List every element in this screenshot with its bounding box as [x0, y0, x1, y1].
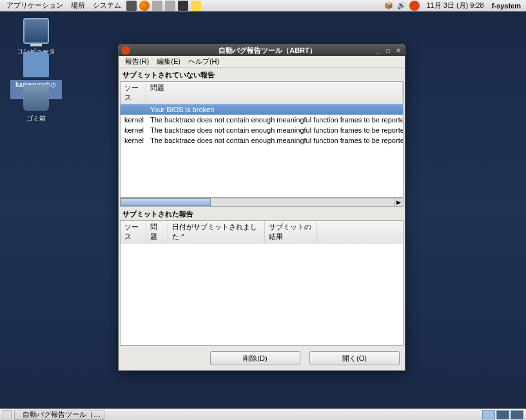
open-button[interactable]: 開く(O)	[309, 351, 400, 365]
window-title: 自動バグ報告ツール（ABRT）	[130, 46, 405, 55]
workspace-switcher	[482, 410, 523, 419]
menu-edit[interactable]: 編集(E)	[153, 57, 184, 66]
workspace-2[interactable]	[496, 410, 509, 419]
abrt-window: 自動バグ報告ツール（ABRT） _ □ × 報告(R) 編集(E) ヘルプ(H)…	[118, 44, 405, 371]
desktop-icon-computer[interactable]: コンピュータ	[10, 18, 62, 57]
cell-problem: Your BIOS is broken	[146, 105, 403, 114]
cell-source	[121, 105, 146, 114]
col-date[interactable]: 日付がサブミットされました ^	[168, 221, 265, 243]
col-source[interactable]: ソース	[121, 221, 146, 243]
unsubmitted-table: ソース 問題 Your BIOS is brokenkernelThe back…	[120, 81, 404, 198]
table-row[interactable]: kernelThe backtrace does not contain eno…	[121, 125, 403, 135]
menu-help[interactable]: ヘルプ(H)	[184, 57, 223, 66]
minimize-button[interactable]: _	[373, 46, 382, 55]
cell-source: kernel	[121, 115, 146, 124]
workspace-1[interactable]	[482, 410, 495, 419]
scrollbar-thumb[interactable]	[121, 198, 211, 206]
terminal-icon[interactable]	[178, 1, 188, 11]
app-icon[interactable]	[165, 1, 175, 11]
workspace-3[interactable]	[511, 410, 523, 419]
hscrollbar[interactable]: ▶	[120, 198, 404, 207]
folder-icon	[23, 52, 49, 77]
cell-problem: The backtrace does not contain enough me…	[146, 115, 403, 124]
close-button[interactable]: ×	[394, 46, 403, 55]
maximize-button[interactable]: □	[384, 46, 393, 55]
footprint-icon[interactable]	[126, 1, 137, 11]
menu-report[interactable]: 報告(R)	[121, 57, 153, 66]
file-manager-icon[interactable]	[152, 1, 162, 11]
table-row[interactable]: Your BIOS is broken	[121, 104, 403, 115]
cell-problem: The backtrace does not contain enough me…	[146, 126, 403, 135]
desktop-icon-label: ゴミ箱	[24, 113, 48, 124]
cell-problem: The backtrace does not contain enough me…	[146, 136, 403, 145]
col-problem[interactable]: 問題	[146, 82, 403, 104]
bottom-panel: 自動バグ報告ツール（…	[0, 408, 526, 420]
unsubmitted-tbody: Your BIOS is brokenkernelThe backtrace d…	[121, 104, 403, 197]
submitted-table: ソース 問題 日付がサブミットされました ^ サブミットの結果	[120, 220, 404, 346]
button-row: 削除(D) 開く(O)	[119, 346, 405, 370]
top-panel: アプリケーション 場所 システム 📦 🔊 11月 3日 (月) 9:28 f-s…	[0, 0, 526, 12]
updates-icon[interactable]: 📦	[384, 1, 394, 11]
trash-icon	[23, 85, 49, 111]
table-header: ソース 問題 日付がサブミットされました ^ サブミットの結果	[121, 221, 403, 243]
computer-icon	[23, 18, 49, 44]
notes-icon[interactable]	[191, 1, 201, 11]
abrt-tray-icon[interactable]	[409, 1, 420, 11]
cell-source: kernel	[121, 136, 146, 145]
unsubmitted-label: サブミットされていない報告	[119, 68, 405, 81]
task-label: 自動バグ報告ツール（…	[23, 410, 101, 419]
hostname: f-system	[489, 2, 523, 10]
table-row[interactable]: kernelThe backtrace does not contain eno…	[121, 135, 403, 146]
menu-places[interactable]: 場所	[67, 1, 89, 10]
col-result[interactable]: サブミットの結果	[265, 221, 317, 243]
submitted-tbody	[121, 243, 403, 345]
network-icon[interactable]: 🔊	[396, 1, 407, 11]
cell-source: kernel	[121, 126, 146, 135]
submitted-label: サブミットされた報告	[119, 207, 405, 220]
scroll-right-icon[interactable]: ▶	[394, 198, 403, 206]
menu-system[interactable]: システム	[89, 1, 125, 10]
clock[interactable]: 11月 3日 (月) 9:28	[421, 1, 489, 10]
titlebar[interactable]: 自動バグ報告ツール（ABRT） _ □ ×	[119, 44, 405, 56]
window-app-icon	[121, 46, 130, 55]
taskbar-button[interactable]: 自動バグ報告ツール（…	[14, 410, 104, 420]
table-header: ソース 問題	[121, 82, 403, 104]
table-row[interactable]: kernelThe backtrace does not contain eno…	[121, 115, 403, 125]
delete-button[interactable]: 削除(D)	[210, 351, 300, 365]
menu-applications[interactable]: アプリケーション	[3, 1, 67, 10]
firefox-icon[interactable]	[139, 1, 150, 11]
show-desktop-button[interactable]	[3, 410, 12, 419]
desktop-icon-trash[interactable]: ゴミ箱	[10, 85, 62, 124]
col-problem[interactable]: 問題	[146, 221, 168, 243]
col-source[interactable]: ソース	[121, 82, 146, 104]
menubar: 報告(R) 編集(E) ヘルプ(H)	[119, 56, 405, 68]
